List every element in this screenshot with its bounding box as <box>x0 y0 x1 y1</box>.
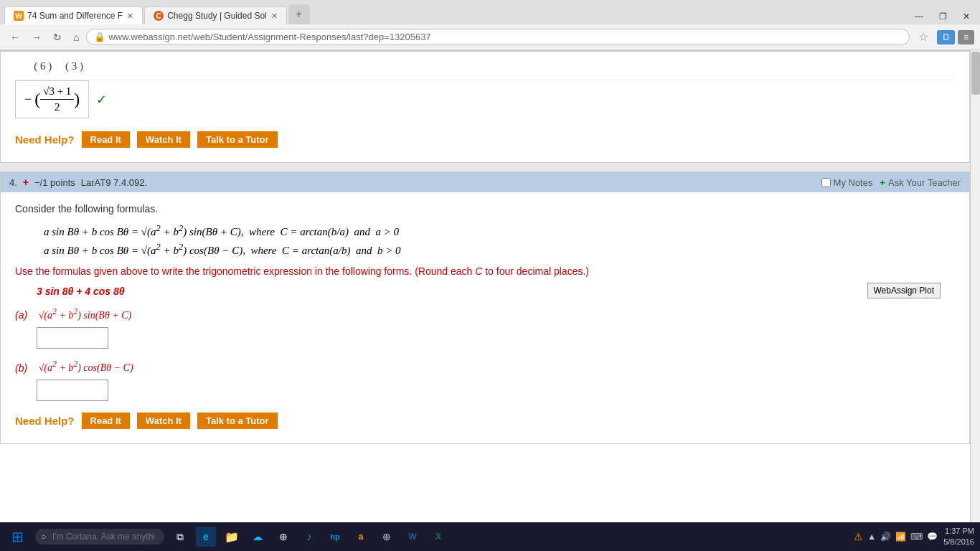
part-b-input[interactable] <box>37 380 108 401</box>
tab-favicon-webassign: W <box>14 11 24 21</box>
question-4-body: Consider the following formulas. a sin B… <box>1 192 969 443</box>
lock-icon: 🔒 <box>94 32 105 42</box>
fraction: √3 + 1 2 <box>40 85 74 113</box>
q4-code: LarAT9 7.4.092. <box>81 177 147 188</box>
refresh-button[interactable]: ↻ <box>49 29 66 46</box>
talk-tutor-button-upper[interactable]: Talk to a Tutor <box>197 131 278 148</box>
home-button[interactable]: ⌂ <box>69 29 83 46</box>
my-notes-label: My Notes <box>834 177 873 188</box>
formula-2: a sin Bθ + b cos Bθ = √(a2 + b2) cos(Bθ … <box>44 242 955 257</box>
scrollbar[interactable] <box>970 50 980 451</box>
fraction-denominator: 2 <box>52 100 63 113</box>
separator <box>0 163 970 171</box>
open-paren: ( <box>34 90 40 109</box>
fraction-numerator: √3 + 1 <box>40 85 74 100</box>
formula-1-text: a sin Bθ + b cos Bθ = √(a2 + b2) sin(Bθ … <box>44 226 399 237</box>
maximize-button[interactable]: ❐ <box>932 9 954 24</box>
question-4-section: 4. + −/1 points LarAT9 7.4.092. My Notes… <box>0 171 970 444</box>
question-intro: Consider the following formulas. <box>15 203 955 215</box>
need-help-label-upper: Need Help? <box>15 133 75 146</box>
bookmark-star[interactable]: ☆ <box>913 27 934 47</box>
ask-teacher-plus-icon: + <box>880 177 885 188</box>
need-help-label-q4: Need Help? <box>15 415 75 427</box>
part-b-label: (b) √(a2 + b2) cos(Bθ − C) <box>15 360 955 375</box>
minimize-button[interactable]: — <box>908 9 930 24</box>
need-help-upper: Need Help? Read It Watch It Talk to a Tu… <box>15 131 955 148</box>
q4-number: 4. <box>9 177 17 188</box>
address-bar[interactable]: 🔒 www.webassign.net/web/Student/Assignme… <box>86 29 910 45</box>
read-it-button-upper[interactable]: Read It <box>82 131 130 148</box>
question-4-header: 4. + −/1 points LarAT9 7.4.092. My Notes… <box>1 172 969 192</box>
tab-chegg[interactable]: C Chegg Study | Guided Sol ✕ <box>144 6 287 24</box>
negative-sign: − <box>24 92 32 107</box>
close-button[interactable]: ✕ <box>956 9 977 24</box>
tab-favicon-chegg: C <box>154 11 164 21</box>
sqrt3-text: √3 + 1 <box>43 85 71 97</box>
tab-close-chegg[interactable]: ✕ <box>271 11 278 21</box>
fraction-expression: − ( √3 + 1 2 ) ✓ <box>15 80 955 118</box>
tab-label-webassign: 74 Sum and Difference F <box>27 11 123 21</box>
watch-it-button-q4[interactable]: Watch It <box>137 413 190 429</box>
part-b-formula: √(a2 + b2) cos(Bθ − C) <box>39 362 133 373</box>
plus-icon: + <box>23 176 29 188</box>
notes-checkbox[interactable] <box>821 178 831 187</box>
part-a: (a) √(a2 + b2) sin(Bθ + C) <box>15 307 955 349</box>
talk-tutor-button-q4[interactable]: Talk to a Tutor <box>197 413 278 429</box>
fraction-box: − ( √3 + 1 2 ) <box>15 80 89 118</box>
part-b: (b) √(a2 + b2) cos(Bθ − C) <box>15 360 955 402</box>
address-text: www.webassign.net/web/Student/Assignment… <box>108 32 430 42</box>
main-expression: 3 sin 8θ + 4 cos 8θ <box>37 286 125 297</box>
webassign-plot-button[interactable]: WebAssign Plot <box>867 283 941 298</box>
part-a-label: (a) √(a2 + b2) sin(Bθ + C) <box>15 307 955 321</box>
q4-points: −/1 points <box>34 177 75 188</box>
correct-checkmark: ✓ <box>96 92 107 108</box>
ask-teacher-button[interactable]: + Ask Your Teacher <box>880 177 961 188</box>
nav-bar: ← → ↻ ⌂ 🔒 www.webassign.net/web/Student/… <box>0 24 980 50</box>
partial-formula-text: ( 6 ) ( 3 ) <box>15 60 83 72</box>
browser-chrome: W 74 Sum and Difference F ✕ C Chegg Stud… <box>0 0 980 51</box>
tab-bar: W 74 Sum and Difference F ✕ C Chegg Stud… <box>0 0 980 24</box>
part-a-formula: √(a2 + b2) sin(Bθ + C) <box>39 310 132 321</box>
back-button[interactable]: ← <box>6 29 24 46</box>
content-area: ( 6 ) ( 3 ) − ( √3 + 1 2 ) ✓ Need Help? … <box>0 51 970 444</box>
new-tab-button[interactable]: + <box>288 4 310 24</box>
header-right: My Notes + Ask Your Teacher <box>821 177 961 188</box>
part-a-input[interactable] <box>37 327 108 349</box>
tab-label-chegg: Chegg Study | Guided Sol <box>167 11 267 21</box>
bookmark-area: D ≡ <box>937 30 974 44</box>
bookmark-btn-menu[interactable]: ≡ <box>958 30 974 44</box>
watch-it-button-upper[interactable]: Watch It <box>137 131 190 148</box>
tab-webassign[interactable]: W 74 Sum and Difference F ✕ <box>4 6 143 24</box>
formula-2-text: a sin Bθ + b cos Bθ = √(a2 + b2) cos(Bθ … <box>44 245 401 256</box>
question-number-area: 4. + −/1 points LarAT9 7.4.092. <box>9 176 147 188</box>
tab-close-webassign[interactable]: ✕ <box>127 11 133 21</box>
my-notes-button[interactable]: My Notes <box>821 177 873 188</box>
forward-button[interactable]: → <box>27 29 46 46</box>
expression-row: 3 sin 8θ + 4 cos 8θ WebAssign Plot <box>15 283 955 300</box>
scrollbar-thumb[interactable] <box>971 52 980 95</box>
bookmark-btn-d[interactable]: D <box>937 30 955 44</box>
ask-teacher-label: Ask Your Teacher <box>888 177 961 188</box>
read-it-button-q4[interactable]: Read It <box>82 413 130 429</box>
instruction-text: Use the formulas given above to write th… <box>15 265 955 277</box>
need-help-q4: Need Help? Read It Watch It Talk to a Tu… <box>15 413 955 429</box>
partial-formula-top: ( 6 ) ( 3 ) <box>15 60 955 80</box>
formula-1: a sin Bθ + b cos Bθ = √(a2 + b2) sin(Bθ … <box>44 223 955 238</box>
close-paren: ) <box>74 90 80 109</box>
upper-problem-section: ( 6 ) ( 3 ) − ( √3 + 1 2 ) ✓ Need Help? … <box>0 51 970 163</box>
